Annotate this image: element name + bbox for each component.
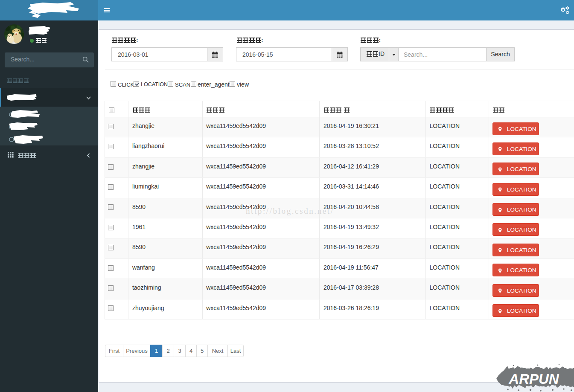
- svg-text:ARPUN: ARPUN: [508, 371, 559, 387]
